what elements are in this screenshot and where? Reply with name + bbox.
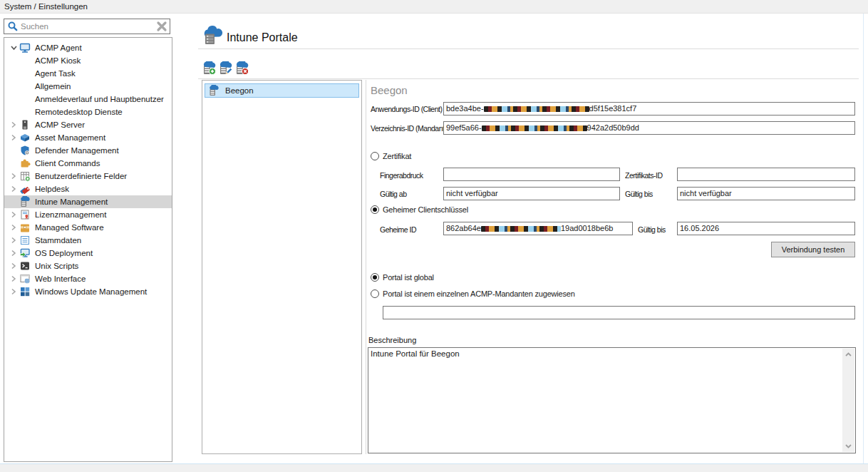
portal-global-radio[interactable]: Portal ist global xyxy=(371,273,434,282)
tree-item-asset-management[interactable]: Asset Management xyxy=(4,131,172,144)
tree-item-label: ACMP Agent xyxy=(35,43,82,52)
tree-item-windows-update-management[interactable]: Windows Update Management xyxy=(4,285,172,298)
window-right-frame xyxy=(863,14,864,463)
tree-item-os-deployment[interactable]: OS Deployment xyxy=(4,247,172,260)
description-label: Beschreibung xyxy=(368,336,416,344)
secret-valid-to-input[interactable]: 16.05.2026 xyxy=(677,222,855,235)
chevron-right-icon[interactable] xyxy=(10,262,19,270)
chevron-right-icon[interactable] xyxy=(10,223,19,232)
radio-circle[interactable] xyxy=(371,152,379,160)
puzzle-icon xyxy=(19,158,31,169)
tree-item-unix-scripts[interactable]: Unix Scripts xyxy=(4,260,172,272)
tree-item-lizenzmanagement[interactable]: Lizenzmanagement xyxy=(4,208,172,221)
browser-globe-icon xyxy=(19,273,31,284)
tree-item-managed-software[interactable]: Managed Software xyxy=(4,221,172,234)
radio-circle[interactable] xyxy=(371,273,379,282)
window-title: System / Einstellungen xyxy=(0,0,868,14)
chevron-right-icon[interactable] xyxy=(10,133,19,142)
page-title: Intune Portale xyxy=(227,31,298,44)
tree-item-intune-management[interactable]: Intune Management xyxy=(4,195,172,208)
fingerprint-label: Fingerabdruck xyxy=(380,171,423,180)
tenant-input[interactable] xyxy=(383,306,855,319)
description-text: Intune Portal für Beegon xyxy=(371,349,839,358)
asset-box-icon xyxy=(19,132,31,143)
cert-valid-to-input[interactable]: nicht verfügbar xyxy=(677,187,855,200)
test-connection-button[interactable]: Verbindung testen xyxy=(771,242,855,257)
tree-item-label: ACMP Server xyxy=(35,120,85,129)
list-icon xyxy=(19,235,31,246)
valid-from-label: Gültig ab xyxy=(380,190,407,198)
add-portal-button[interactable] xyxy=(202,61,217,76)
zertifikat-radio[interactable]: Zertifikat xyxy=(371,152,411,160)
dir-id-input[interactable]: 99ef5a66-942a2d50b9dd xyxy=(443,121,855,135)
radio-circle[interactable] xyxy=(371,205,379,214)
radio-circle[interactable] xyxy=(371,289,379,298)
monitor-icon xyxy=(19,42,31,53)
tree-item-label: Client Commands xyxy=(35,159,100,168)
intune-portale-cloud-server-icon xyxy=(202,26,224,45)
tree-item-label: Benutzerdefinierte Felder xyxy=(35,172,127,180)
delete-portal-button[interactable] xyxy=(234,61,249,76)
tree-item-label: Asset Management xyxy=(35,133,105,142)
valid-from-input[interactable]: nicht verfügbar xyxy=(443,187,620,200)
status-bar xyxy=(0,463,868,472)
chevron-spacer xyxy=(10,197,19,206)
app-window: System / Einstellungen Suchen ACMP Agent… xyxy=(0,0,868,472)
server-icon xyxy=(19,119,31,130)
redaction-scribble xyxy=(484,106,589,112)
app-id-input[interactable]: bde3a4be-d5f15e381cf7 xyxy=(443,102,855,116)
scroll-down-icon[interactable] xyxy=(844,441,853,451)
tree-item-client-commands[interactable]: Client Commands xyxy=(4,157,172,170)
cloud-server-icon xyxy=(208,85,219,96)
license-icon xyxy=(19,209,31,220)
portal-global-radio-label: Portal ist global xyxy=(383,273,434,282)
edit-portal-button[interactable] xyxy=(218,61,233,76)
tree-item-stammdaten[interactable]: Stammdaten xyxy=(4,234,172,247)
portal-list-item-label: Beegon xyxy=(225,86,254,95)
chevron-spacer xyxy=(10,159,19,168)
chevron-right-icon[interactable] xyxy=(10,210,19,219)
secret-id-input[interactable]: 862ab64e19ad0018be6b xyxy=(443,222,633,235)
textarea-scrollbar[interactable] xyxy=(842,349,854,452)
redaction-scribble xyxy=(482,125,587,131)
tree-item-benutzerdefinierte-felder[interactable]: Benutzerdefinierte Felder xyxy=(4,170,172,183)
tree-item-web-interface[interactable]: Web Interface xyxy=(4,272,172,285)
chevron-right-icon[interactable] xyxy=(10,275,19,283)
portal-assigned-radio[interactable]: Portal ist einem einzelnen ACMP-Mandante… xyxy=(371,289,575,298)
tree-item-label: ACMP Kiosk xyxy=(35,56,81,65)
portal-list-item-beegon[interactable]: Beegon xyxy=(205,83,359,98)
tree-item-allgemein[interactable]: Allgemein xyxy=(4,80,172,93)
search-input[interactable]: Suchen xyxy=(4,19,170,34)
tree-item-anmeldeverlauf-und-hauptbenutzer[interactable]: Anmeldeverlauf und Hauptbenutzer xyxy=(4,93,172,106)
fingerprint-input[interactable] xyxy=(443,168,620,181)
scroll-up-icon[interactable] xyxy=(844,350,853,359)
chevron-down-icon[interactable] xyxy=(10,43,19,52)
tree-item-remotedesktop-dienste[interactable]: Remotedesktop Dienste xyxy=(4,106,172,118)
tree-item-acmp-server[interactable]: ACMP Server xyxy=(4,118,172,131)
tree-item-label: Windows Update Management xyxy=(35,287,147,296)
cert-id-input[interactable] xyxy=(677,168,855,181)
chevron-right-icon[interactable] xyxy=(10,185,19,193)
toolbar-separator xyxy=(198,78,859,79)
tag-icon xyxy=(19,183,31,195)
terminal-icon xyxy=(19,260,31,272)
tree-item-acmp-kiosk[interactable]: ACMP Kiosk xyxy=(4,54,172,67)
windows-icon xyxy=(19,286,31,297)
chevron-right-icon[interactable] xyxy=(10,120,19,129)
description-textarea[interactable]: Intune Portal für Beegon xyxy=(368,347,856,453)
tree-item-label: OS Deployment xyxy=(35,249,93,257)
search-placeholder: Suchen xyxy=(21,22,156,31)
chevron-right-icon[interactable] xyxy=(10,236,19,245)
tree-item-label: Remotedesktop Dienste xyxy=(35,108,123,116)
geheimer-clientschluessel-radio[interactable]: Geheimer Clientschlüssel xyxy=(371,205,468,214)
redaction-scribble xyxy=(481,226,561,232)
tree-item-agent-task[interactable]: Agent Task xyxy=(4,67,172,80)
tree-item-acmp-agent[interactable]: ACMP Agent xyxy=(4,41,172,54)
chevron-right-icon[interactable] xyxy=(10,287,19,296)
clear-search-icon[interactable] xyxy=(156,21,167,32)
chevron-right-icon[interactable] xyxy=(10,249,19,257)
tree-item-label: Lizenzmanagement xyxy=(35,210,106,219)
chevron-right-icon[interactable] xyxy=(10,172,19,180)
tree-item-helpdesk[interactable]: Helpdesk xyxy=(4,183,172,195)
tree-item-defender-management[interactable]: Defender Management xyxy=(4,144,172,157)
